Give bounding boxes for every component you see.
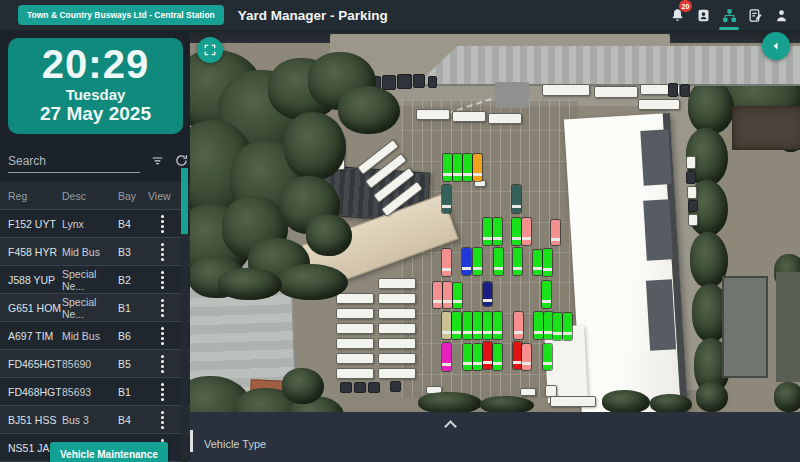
bus-marker[interactable] [493, 344, 502, 370]
parked-vehicle [542, 84, 590, 96]
parked-vehicle [336, 353, 374, 364]
bus-marker[interactable] [462, 248, 471, 275]
bus-marker[interactable] [563, 313, 572, 340]
bus-marker[interactable] [433, 282, 442, 308]
parked-vehicle [638, 99, 680, 110]
bus-marker[interactable] [463, 344, 472, 370]
parked-vehicle-dark [680, 84, 690, 97]
bus-marker[interactable] [493, 312, 502, 339]
row-desc: Special Ne... [62, 268, 118, 292]
row-bay: B4 [118, 414, 148, 426]
checklist-icon[interactable] [742, 0, 768, 30]
search-input[interactable] [8, 152, 140, 173]
bus-marker[interactable] [473, 248, 482, 275]
row-desc: Special Ne... [62, 296, 118, 320]
bus-marker[interactable] [542, 281, 551, 308]
panel-scrollbar[interactable] [190, 430, 193, 452]
collapse-panel-button[interactable] [762, 32, 790, 60]
table-row[interactable]: A697 TIM Mid Bus B6 [0, 322, 190, 350]
bus-marker[interactable] [522, 218, 531, 245]
warehouse-pad [495, 82, 529, 108]
sidebar-scrollbar-thumb[interactable] [181, 168, 188, 234]
vehicle-type-panel[interactable]: Vehicle Type [190, 412, 800, 462]
yard-map-icon[interactable] [716, 0, 742, 30]
row-reg: A697 TIM [8, 330, 62, 342]
row-view-menu-icon[interactable] [152, 327, 172, 345]
row-bay: B1 [118, 302, 148, 314]
bus-marker[interactable] [544, 312, 553, 339]
table-row[interactable]: FD465HGT 85690 B5 [0, 350, 190, 378]
bus-marker[interactable] [473, 344, 482, 370]
bus-marker[interactable] [493, 218, 502, 245]
bus-marker[interactable] [512, 218, 521, 245]
row-view-menu-icon[interactable] [152, 355, 172, 373]
bus-marker[interactable] [512, 185, 521, 213]
table-row[interactable]: J588 YUP Special Ne... B2 [0, 266, 190, 294]
clock-date: 27 May 2025 [8, 103, 183, 125]
table-row[interactable]: F152 UYT Lynx B4 [0, 210, 190, 238]
row-view-menu-icon[interactable] [152, 411, 172, 429]
filter-icon[interactable] [150, 153, 165, 172]
expand-map-button[interactable] [197, 37, 223, 63]
row-view-menu-icon[interactable] [152, 383, 172, 401]
bus-marker[interactable] [453, 154, 462, 181]
staff-badge-icon[interactable] [690, 0, 716, 30]
profile-icon[interactable] [768, 0, 794, 30]
row-bay: B5 [118, 358, 148, 370]
bus-marker[interactable] [483, 282, 492, 306]
bus-marker[interactable] [513, 248, 522, 275]
bus-marker[interactable] [534, 312, 543, 339]
bus-marker[interactable] [513, 342, 522, 369]
bus-marker[interactable] [452, 312, 461, 339]
parked-vehicle [378, 353, 416, 364]
bus-marker[interactable] [553, 313, 562, 340]
bus-marker[interactable] [483, 312, 492, 339]
bus-marker[interactable] [522, 344, 531, 370]
bus-marker[interactable] [442, 312, 451, 339]
parked-vehicle [336, 368, 374, 379]
bus-marker[interactable] [442, 343, 451, 371]
row-view-menu-icon[interactable] [152, 243, 172, 261]
gray-building [722, 276, 768, 378]
header-desc: Desc [62, 190, 118, 202]
bus-marker[interactable] [483, 342, 492, 369]
parked-vehicle-dark [397, 74, 412, 89]
chevron-up-icon[interactable] [444, 420, 457, 433]
row-reg: FD468HGT [8, 386, 62, 398]
row-reg: BJ51 HSS [8, 414, 62, 426]
bus-marker[interactable] [494, 248, 503, 275]
page-title: Yard Manager - Parking [238, 8, 388, 23]
map-trees [338, 86, 400, 134]
row-view-menu-icon[interactable] [152, 299, 172, 317]
table-row[interactable]: G651 HOM Special Ne... B1 [0, 294, 190, 322]
notifications-bell-icon[interactable]: 20 [664, 0, 690, 30]
search-row [8, 150, 182, 174]
bus-marker[interactable] [442, 249, 451, 276]
row-view-menu-icon[interactable] [152, 271, 172, 289]
vehicle-maintenance-button[interactable]: Vehicle Maintenance [50, 442, 168, 462]
bus-marker[interactable] [443, 154, 452, 181]
bus-marker[interactable] [443, 282, 452, 308]
row-desc: 85693 [62, 386, 118, 398]
table-row[interactable]: BJ51 HSS Bus 3 B4 [0, 406, 190, 434]
bus-marker[interactable] [473, 312, 482, 339]
company-station-button[interactable]: Town & Country Busways Ltd - Central Sta… [18, 5, 224, 25]
parked-vehicle [336, 293, 374, 304]
parked-vehicle-dark [686, 171, 696, 184]
bus-marker[interactable] [551, 220, 560, 245]
table-row[interactable]: F458 HYR Mid Bus B3 [0, 238, 190, 266]
table-row[interactable]: FD468HGT 85693 B1 [0, 378, 190, 406]
row-bay: B4 [118, 218, 148, 230]
bus-marker[interactable] [533, 250, 542, 275]
bus-marker[interactable] [442, 185, 451, 213]
yard-map[interactable]: Vehicle Type [190, 30, 800, 462]
bus-marker[interactable] [483, 218, 492, 245]
bus-marker[interactable] [543, 344, 552, 370]
row-view-menu-icon[interactable] [152, 215, 172, 233]
bus-marker[interactable] [453, 283, 462, 308]
bus-marker[interactable] [463, 312, 472, 339]
bus-marker[interactable] [473, 154, 482, 181]
bus-marker[interactable] [463, 154, 472, 181]
bus-marker[interactable] [514, 312, 523, 339]
bus-marker[interactable] [543, 249, 552, 276]
